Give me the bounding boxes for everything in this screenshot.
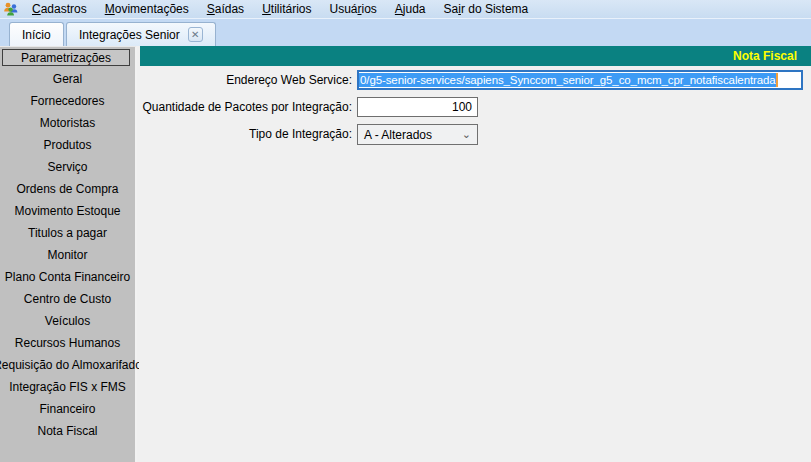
sidebar-item-geral[interactable]: Geral <box>0 68 135 90</box>
menu-ajuda[interactable]: Ajuda <box>386 0 435 19</box>
sidebar-item-movimento-estoque[interactable]: Movimento Estoque <box>0 200 135 222</box>
sidebar-item-integracao-fis-fms[interactable]: Integração FIS x FMS <box>0 376 135 398</box>
menu-bar: Cadastros Movimentações Saídas Utilitári… <box>0 0 811 19</box>
sidebar-item-motoristas[interactable]: Motoristas <box>0 112 135 134</box>
menu-utilitarios[interactable]: Utilitários <box>253 0 320 19</box>
sidebar-item-plano-conta-financeiro[interactable]: Plano Conta Financeiro <box>0 266 135 288</box>
sidebar-item-servico[interactable]: Serviço <box>0 156 135 178</box>
webservice-label: Endereço Web Service: <box>139 70 352 90</box>
sidebar-item-ordens-de-compra[interactable]: Ordens de Compra <box>0 178 135 200</box>
webservice-url-input[interactable]: 0/g5-senior-services/sapiens_Synccom_sen… <box>357 70 803 90</box>
packet-qty-input[interactable]: 100 <box>357 97 478 117</box>
sidebar-header-parametrizacoes[interactable]: Parametrizações <box>2 49 130 66</box>
sidebar-item-fornecedores[interactable]: Fornecedores <box>0 90 135 112</box>
sidebar-item-recursos-humanos[interactable]: Recursos Humanos <box>0 332 135 354</box>
menu-sair-do-sistema[interactable]: Sair do Sistema <box>435 0 538 19</box>
tab-close-icon[interactable]: ✕ <box>188 27 203 42</box>
integration-type-label: Tipo de Integração: <box>139 124 352 144</box>
text-caret <box>776 73 778 87</box>
packet-qty-label: Quantidade de Pacotes por Integração: <box>139 97 352 117</box>
menu-cadastros[interactable]: Cadastros <box>23 0 96 19</box>
sidebar-item-financeiro[interactable]: Financeiro <box>0 398 135 420</box>
tab-integracoes-senior[interactable]: Integrações Senior ✕ <box>66 22 216 46</box>
sidebar-item-veiculos[interactable]: Veículos <box>0 310 135 332</box>
sidebar-item-nota-fiscal[interactable]: Nota Fiscal <box>0 420 135 442</box>
menu-movimentacoes[interactable]: Movimentações <box>96 0 198 19</box>
webservice-url-selected-text: 0/g5-senior-services/sapiens_Synccom_sen… <box>359 73 776 87</box>
tab-strip: Início Integrações Senior ✕ <box>0 19 811 46</box>
integration-type-select[interactable]: A - Alterados ⌄ <box>357 124 478 145</box>
content-panel: Nota Fiscal Endereço Web Service: 0/g5-s… <box>139 46 811 462</box>
sidebar-item-produtos[interactable]: Produtos <box>0 134 135 156</box>
sidebar-list: Geral Fornecedores Motoristas Produtos S… <box>0 68 135 442</box>
users-app-icon <box>3 2 19 16</box>
menu-saidas[interactable]: Saídas <box>198 0 253 19</box>
sidebar-parametrizacoes: Parametrizações Geral Fornecedores Motor… <box>0 46 137 462</box>
integration-type-value: A - Alterados <box>364 128 432 142</box>
sidebar-item-titulos-a-pagar[interactable]: Titulos a pagar <box>0 222 135 244</box>
chevron-down-icon: ⌄ <box>462 128 471 141</box>
tab-inicio-label: Início <box>22 28 51 42</box>
sidebar-item-centro-de-custo[interactable]: Centro de Custo <box>0 288 135 310</box>
sidebar-item-monitor[interactable]: Monitor <box>0 244 135 266</box>
panel-title: Nota Fiscal <box>140 46 811 66</box>
menu-usuarios[interactable]: Usuários <box>320 0 385 19</box>
tab-integracoes-label: Integrações Senior <box>79 28 180 42</box>
tab-inicio[interactable]: Início <box>9 22 64 46</box>
sidebar-item-requisicao-almoxarifado[interactable]: Requisição do Almoxarifado <box>0 354 135 376</box>
